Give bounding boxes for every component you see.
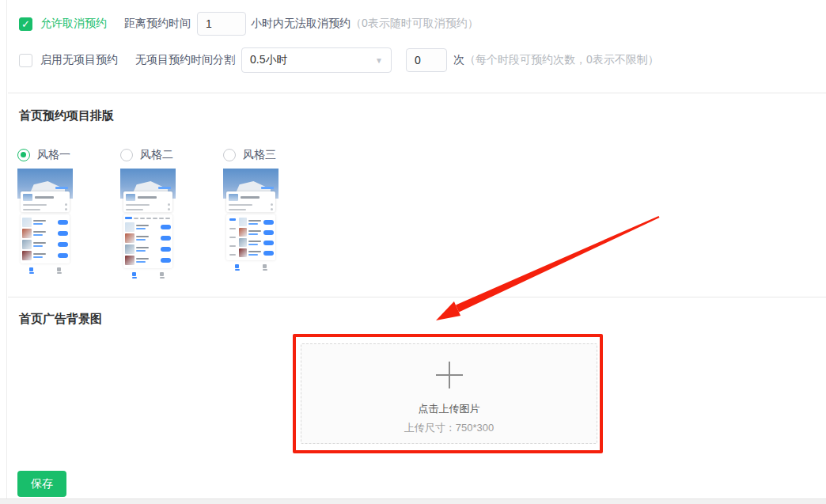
cancel-suffix-text: 小时内无法取消预约 xyxy=(251,17,350,31)
style1-radio[interactable] xyxy=(17,149,30,161)
layout-section-title: 首页预约项目排版 xyxy=(19,108,114,123)
chevron-down-icon: ▼ xyxy=(375,56,383,65)
style3-radio[interactable] xyxy=(223,149,236,161)
allow-cancel-row: ✓ 允许取消预约 距离预约时间 小时内无法取消预约 （0表示随时可取消预约） xyxy=(19,11,479,36)
cancel-time-label: 距离预约时间 xyxy=(124,17,191,31)
upload-size-text: 上传尺寸：750*300 xyxy=(404,421,494,435)
style2-label: 风格二 xyxy=(140,148,173,162)
divider-top xyxy=(8,93,826,93)
ad-image-upload-area[interactable]: 点击上传图片 上传尺寸：750*300 xyxy=(301,343,597,444)
noproject-row: 启用无项目预约 无项目预约时间分割 0.5小时 ▼ 次 （每个时段可预约次数，0… xyxy=(19,47,659,73)
plus-upload-icon xyxy=(436,362,463,388)
style3-preview-image[interactable] xyxy=(223,169,278,272)
count-unit-text: 次 xyxy=(453,53,464,67)
style2-preview-image[interactable] xyxy=(120,169,176,280)
style3-radio-row[interactable]: 风格三 xyxy=(223,147,326,163)
divider-middle xyxy=(8,297,826,297)
booking-settings-page: ✓ 允许取消预约 距离预约时间 小时内无法取消预约 （0表示随时可取消预约） 启… xyxy=(0,0,826,504)
cancel-hours-input[interactable] xyxy=(197,12,246,36)
save-button[interactable]: 保存 xyxy=(17,471,66,497)
style1-radio-row[interactable]: 风格一 xyxy=(17,147,120,163)
style-option-2: 风格二 xyxy=(120,147,223,280)
allow-cancel-label: 允许取消预约 xyxy=(40,17,107,31)
style-option-1: 风格一 xyxy=(17,147,120,275)
style3-label: 风格三 xyxy=(243,148,276,162)
booking-count-input[interactable] xyxy=(406,48,447,72)
noproject-label: 启用无项目预约 xyxy=(40,53,118,67)
style2-radio-row[interactable]: 风格二 xyxy=(120,147,223,163)
style1-preview-image[interactable] xyxy=(17,169,73,275)
style-option-3: 风格三 xyxy=(223,147,326,272)
allow-cancel-checkbox[interactable]: ✓ xyxy=(19,17,32,31)
style1-label: 风格一 xyxy=(37,148,70,162)
ad-section-title: 首页广告背景图 xyxy=(19,312,102,327)
panel-left-border xyxy=(6,0,7,504)
upload-text: 点击上传图片 xyxy=(419,402,480,416)
noproject-checkbox[interactable] xyxy=(19,54,32,67)
split-time-select[interactable]: 0.5小时 ▼ xyxy=(241,47,392,73)
cancel-hint-text: （0表示随时可取消预约） xyxy=(350,17,479,31)
split-time-select-value: 0.5小时 xyxy=(250,53,287,67)
count-hint-text: （每个时段可预约次数，0表示不限制） xyxy=(464,53,659,67)
style2-radio[interactable] xyxy=(120,149,133,161)
page-bottom-strip xyxy=(0,498,826,504)
split-time-label: 无项目预约时间分割 xyxy=(135,53,235,67)
